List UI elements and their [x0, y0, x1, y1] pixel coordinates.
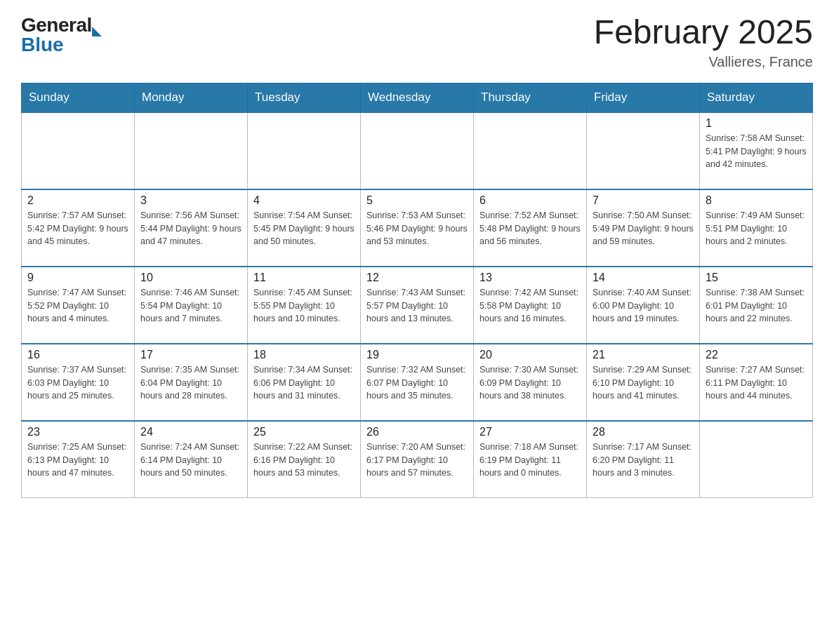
- calendar-cell: 16Sunrise: 7:37 AM Sunset: 6:03 PM Dayli…: [22, 344, 135, 421]
- day-info: Sunrise: 7:32 AM Sunset: 6:07 PM Dayligh…: [366, 363, 468, 403]
- day-number: 24: [140, 426, 241, 438]
- calendar-cell: 27Sunrise: 7:18 AM Sunset: 6:19 PM Dayli…: [474, 421, 587, 498]
- day-info: Sunrise: 7:38 AM Sunset: 6:01 PM Dayligh…: [706, 286, 807, 326]
- calendar-week-row: 16Sunrise: 7:37 AM Sunset: 6:03 PM Dayli…: [22, 344, 813, 421]
- calendar-cell: 4Sunrise: 7:54 AM Sunset: 5:45 PM Daylig…: [248, 189, 361, 267]
- day-number: 28: [593, 426, 694, 438]
- day-number: 14: [593, 271, 694, 284]
- day-info: Sunrise: 7:20 AM Sunset: 6:17 PM Dayligh…: [366, 441, 468, 480]
- day-info: Sunrise: 7:47 AM Sunset: 5:52 PM Dayligh…: [27, 286, 128, 326]
- day-info: Sunrise: 7:29 AM Sunset: 6:10 PM Dayligh…: [593, 363, 694, 403]
- day-info: Sunrise: 7:45 AM Sunset: 5:55 PM Dayligh…: [253, 286, 355, 326]
- calendar-cell: 8Sunrise: 7:49 AM Sunset: 5:51 PM Daylig…: [700, 189, 813, 267]
- day-info: Sunrise: 7:57 AM Sunset: 5:42 PM Dayligh…: [27, 209, 128, 248]
- day-info: Sunrise: 7:49 AM Sunset: 5:51 PM Dayligh…: [706, 209, 807, 248]
- calendar-cell: 28Sunrise: 7:17 AM Sunset: 6:20 PM Dayli…: [587, 421, 700, 498]
- page-header: General Blue February 2025 Vallieres, Fr…: [21, 14, 813, 70]
- calendar-header-saturday: Saturday: [700, 83, 813, 112]
- day-number: 8: [706, 194, 807, 207]
- day-number: 1: [706, 117, 807, 130]
- day-number: 27: [479, 426, 581, 438]
- day-info: Sunrise: 7:43 AM Sunset: 5:57 PM Dayligh…: [366, 286, 468, 326]
- day-number: 15: [706, 271, 807, 284]
- day-number: 9: [27, 271, 128, 284]
- calendar-cell: 12Sunrise: 7:43 AM Sunset: 5:57 PM Dayli…: [361, 267, 474, 344]
- calendar-cell: 26Sunrise: 7:20 AM Sunset: 6:17 PM Dayli…: [361, 421, 474, 498]
- calendar-cell: 17Sunrise: 7:35 AM Sunset: 6:04 PM Dayli…: [135, 344, 248, 421]
- day-info: Sunrise: 7:52 AM Sunset: 5:48 PM Dayligh…: [479, 209, 581, 248]
- calendar-week-row: 9Sunrise: 7:47 AM Sunset: 5:52 PM Daylig…: [22, 267, 813, 344]
- day-number: 19: [366, 349, 468, 361]
- calendar-cell: 25Sunrise: 7:22 AM Sunset: 6:16 PM Dayli…: [248, 421, 361, 498]
- day-number: 7: [593, 194, 694, 207]
- calendar-cell: 22Sunrise: 7:27 AM Sunset: 6:11 PM Dayli…: [700, 344, 813, 421]
- logo-blue-text: Blue: [21, 34, 102, 56]
- calendar-cell: [361, 112, 474, 189]
- day-info: Sunrise: 7:34 AM Sunset: 6:06 PM Dayligh…: [253, 363, 355, 403]
- day-number: 17: [140, 349, 241, 361]
- day-info: Sunrise: 7:37 AM Sunset: 6:03 PM Dayligh…: [27, 363, 128, 403]
- day-number: 16: [27, 349, 128, 361]
- day-info: Sunrise: 7:40 AM Sunset: 6:00 PM Dayligh…: [593, 286, 694, 326]
- calendar-week-row: 2Sunrise: 7:57 AM Sunset: 5:42 PM Daylig…: [22, 189, 813, 267]
- day-number: 23: [27, 426, 128, 438]
- calendar-cell: 18Sunrise: 7:34 AM Sunset: 6:06 PM Dayli…: [248, 344, 361, 421]
- day-number: 18: [253, 349, 355, 361]
- day-number: 10: [140, 271, 241, 284]
- calendar-cell: 5Sunrise: 7:53 AM Sunset: 5:46 PM Daylig…: [361, 189, 474, 267]
- calendar-cell: [474, 112, 587, 189]
- page-subtitle: Vallieres, France: [594, 54, 813, 70]
- day-number: 3: [140, 194, 241, 207]
- calendar-header-wednesday: Wednesday: [361, 83, 474, 112]
- day-number: 21: [593, 349, 694, 361]
- day-info: Sunrise: 7:25 AM Sunset: 6:13 PM Dayligh…: [27, 441, 128, 480]
- calendar-week-row: 23Sunrise: 7:25 AM Sunset: 6:13 PM Dayli…: [22, 421, 813, 498]
- day-number: 6: [479, 194, 581, 207]
- day-number: 2: [27, 194, 128, 207]
- calendar-header-friday: Friday: [587, 83, 700, 112]
- day-info: Sunrise: 7:53 AM Sunset: 5:46 PM Dayligh…: [366, 209, 468, 248]
- calendar-cell: 21Sunrise: 7:29 AM Sunset: 6:10 PM Dayli…: [587, 344, 700, 421]
- day-info: Sunrise: 7:27 AM Sunset: 6:11 PM Dayligh…: [706, 363, 807, 403]
- calendar-header-thursday: Thursday: [474, 83, 587, 112]
- day-number: 4: [253, 194, 355, 207]
- calendar-cell: 2Sunrise: 7:57 AM Sunset: 5:42 PM Daylig…: [22, 189, 135, 267]
- calendar-cell: 6Sunrise: 7:52 AM Sunset: 5:48 PM Daylig…: [474, 189, 587, 267]
- calendar-cell: 3Sunrise: 7:56 AM Sunset: 5:44 PM Daylig…: [135, 189, 248, 267]
- calendar-header-monday: Monday: [135, 83, 248, 112]
- calendar-cell: 11Sunrise: 7:45 AM Sunset: 5:55 PM Dayli…: [248, 267, 361, 344]
- day-info: Sunrise: 7:54 AM Sunset: 5:45 PM Dayligh…: [253, 209, 355, 248]
- calendar-cell: 1Sunrise: 7:58 AM Sunset: 5:41 PM Daylig…: [700, 112, 813, 189]
- day-info: Sunrise: 7:22 AM Sunset: 6:16 PM Dayligh…: [253, 441, 355, 480]
- logo: General Blue: [21, 14, 102, 56]
- day-info: Sunrise: 7:50 AM Sunset: 5:49 PM Dayligh…: [593, 209, 694, 248]
- calendar-header-sunday: Sunday: [22, 83, 135, 112]
- day-info: Sunrise: 7:35 AM Sunset: 6:04 PM Dayligh…: [140, 363, 241, 403]
- calendar-cell: 19Sunrise: 7:32 AM Sunset: 6:07 PM Dayli…: [361, 344, 474, 421]
- day-number: 11: [253, 271, 355, 284]
- day-info: Sunrise: 7:18 AM Sunset: 6:19 PM Dayligh…: [479, 441, 581, 480]
- calendar-cell: 13Sunrise: 7:42 AM Sunset: 5:58 PM Dayli…: [474, 267, 587, 344]
- calendar-cell: [135, 112, 248, 189]
- day-number: 12: [366, 271, 468, 284]
- day-info: Sunrise: 7:17 AM Sunset: 6:20 PM Dayligh…: [593, 441, 694, 480]
- day-number: 25: [253, 426, 355, 438]
- calendar-cell: 7Sunrise: 7:50 AM Sunset: 5:49 PM Daylig…: [587, 189, 700, 267]
- calendar-cell: 24Sunrise: 7:24 AM Sunset: 6:14 PM Dayli…: [135, 421, 248, 498]
- day-info: Sunrise: 7:46 AM Sunset: 5:54 PM Dayligh…: [140, 286, 241, 326]
- calendar-cell: [700, 421, 813, 498]
- calendar-cell: [587, 112, 700, 189]
- logo-wordmark: General Blue: [21, 14, 102, 56]
- calendar-cell: 9Sunrise: 7:47 AM Sunset: 5:52 PM Daylig…: [22, 267, 135, 344]
- calendar-cell: 23Sunrise: 7:25 AM Sunset: 6:13 PM Dayli…: [22, 421, 135, 498]
- title-area: February 2025 Vallieres, France: [594, 14, 813, 70]
- day-number: 5: [366, 194, 468, 207]
- day-number: 13: [479, 271, 581, 284]
- day-info: Sunrise: 7:56 AM Sunset: 5:44 PM Dayligh…: [140, 209, 241, 248]
- calendar-week-row: 1Sunrise: 7:58 AM Sunset: 5:41 PM Daylig…: [22, 112, 813, 189]
- day-info: Sunrise: 7:58 AM Sunset: 5:41 PM Dayligh…: [706, 132, 807, 171]
- day-info: Sunrise: 7:24 AM Sunset: 6:14 PM Dayligh…: [140, 441, 241, 480]
- calendar-header-tuesday: Tuesday: [248, 83, 361, 112]
- page-title: February 2025: [594, 14, 813, 51]
- calendar-table: SundayMondayTuesdayWednesdayThursdayFrid…: [21, 83, 813, 499]
